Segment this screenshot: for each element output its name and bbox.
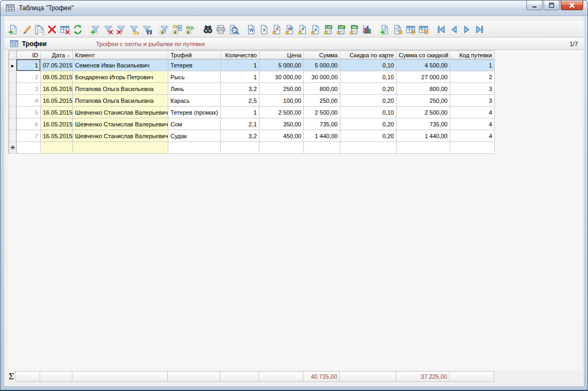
cell-date[interactable]	[41, 142, 73, 154]
cell-date[interactable]: 16.05.2015	[41, 130, 73, 142]
toolbar-export-excel-file-button[interactable]: X	[296, 23, 309, 36]
cell-trophy[interactable]: Линь	[168, 83, 221, 95]
table-row[interactable]: 516.05.2015Шевченко Станислав Валерьевич…	[9, 107, 495, 118]
cell-qty[interactable]: 1	[221, 107, 259, 118]
cell-discount[interactable]: 0,10	[340, 71, 397, 83]
toolbar-print-preview-button[interactable]	[227, 23, 240, 36]
cell-trophy[interactable]: Судак	[168, 130, 221, 142]
cell-voucher[interactable]: 4	[450, 118, 495, 130]
cell-client[interactable]: Потапова Ольга Васильевна	[73, 95, 168, 107]
toolbar-refresh-button[interactable]	[71, 23, 84, 36]
cell-voucher[interactable]: 4	[450, 107, 495, 118]
cell-sum_discount[interactable]: 800,00	[397, 83, 450, 95]
cell-id[interactable]: 6	[17, 118, 41, 130]
cell-discount[interactable]: 0,20	[340, 118, 397, 130]
cell-id[interactable]: 5	[17, 107, 41, 118]
toolbar-view-settings-button[interactable]	[417, 23, 430, 36]
cell-date[interactable]: 07.05.2015	[41, 59, 73, 71]
cell-price[interactable]: 30 000,00	[259, 71, 304, 83]
minimize-button[interactable]	[526, 1, 542, 10]
cell-trophy[interactable]: Карась	[168, 95, 221, 107]
column-header-date[interactable]: Дата▲	[41, 51, 73, 59]
toolbar-form-add-button[interactable]	[378, 23, 391, 36]
toolbar-export-xml-button[interactable]: XML	[348, 23, 361, 36]
cell-qty[interactable]: 2,5	[221, 95, 259, 107]
toolbar-nav-prev-button[interactable]	[448, 23, 460, 36]
column-header-sum[interactable]: Сумма	[304, 51, 340, 59]
cell-price[interactable]: 450,00	[259, 130, 304, 142]
cell-sum_discount[interactable]: 1 440,00	[397, 130, 450, 142]
toolbar-filter-open-button[interactable]	[128, 23, 140, 36]
toolbar-filter-save-button[interactable]	[140, 23, 153, 36]
cell-voucher[interactable]	[450, 142, 495, 154]
cell-voucher[interactable]: 3	[450, 83, 495, 95]
toolbar-filter-view-button[interactable]	[158, 23, 171, 36]
toolbar-export-excel-button[interactable]: X	[258, 23, 271, 36]
cell-id[interactable]: 4	[17, 95, 41, 107]
table-row[interactable]: ►107.05.2015Семенов Иван ВасильевичТетер…	[9, 59, 495, 71]
cell-date[interactable]: 16.05.2015	[41, 107, 73, 118]
column-header-price[interactable]: Цена	[259, 51, 304, 59]
cell-price[interactable]: 2 500,00	[259, 107, 304, 118]
toolbar-export-pdf-button[interactable]: A	[271, 23, 284, 36]
cell-trophy[interactable]: Сом	[168, 118, 221, 130]
column-header-client[interactable]: Клиент	[73, 51, 168, 59]
cell-price[interactable]: 250,00	[259, 83, 304, 95]
cell-sum_discount[interactable]: 735,00	[397, 118, 450, 130]
cell-date[interactable]: 16.05.2015	[41, 83, 73, 95]
toolbar-export-word-file-button[interactable]: W	[284, 23, 296, 36]
column-header-sum_discount[interactable]: Сумма со скидкой	[397, 51, 450, 59]
toolbar-sql-view-button[interactable]: SQL	[184, 23, 197, 36]
new-row[interactable]: ✳	[9, 142, 495, 154]
cell-qty[interactable]: 1	[221, 71, 259, 83]
toolbar-export-txt-button[interactable]: TXT	[335, 23, 348, 36]
cell-sum[interactable]: 5 000,00	[304, 59, 340, 71]
cell-id[interactable]: 3	[17, 83, 41, 95]
cell-qty[interactable]: 3,2	[221, 83, 259, 95]
title-bar[interactable]: Таблица "Трофеи"	[1, 1, 587, 16]
cell-sum_discount[interactable]: 27 000,00	[397, 71, 450, 83]
cell-price[interactable]	[259, 142, 304, 154]
cell-client[interactable]: Шевченко Станислав Валерьевич	[73, 118, 168, 130]
toolbar-export-csv-button[interactable]: CSV	[322, 23, 335, 36]
cell-sum[interactable]: 735,00	[304, 118, 340, 130]
cell-date[interactable]: 09.05.2015	[41, 71, 73, 83]
cell-trophy[interactable]	[168, 142, 221, 154]
column-header-id[interactable]: ID	[17, 51, 41, 59]
cell-price[interactable]: 100,00	[259, 95, 304, 107]
cell-voucher[interactable]: 2	[450, 71, 495, 83]
cell-sum[interactable]: 30 000,00	[304, 71, 340, 83]
cell-qty[interactable]	[221, 142, 259, 154]
cell-voucher[interactable]: 4	[450, 130, 495, 142]
cell-qty[interactable]: 3,2	[221, 130, 259, 142]
cell-discount[interactable]: 0,20	[340, 95, 397, 107]
toolbar-filter-clear-button[interactable]	[115, 23, 128, 36]
cell-discount[interactable]	[340, 142, 397, 154]
toolbar-export-word-button[interactable]: W	[245, 23, 258, 36]
toolbar-export-html-button[interactable]: e	[309, 23, 322, 36]
cell-sum_discount[interactable]: 4 500,00	[397, 59, 450, 71]
toolbar-nav-next-button[interactable]	[460, 23, 473, 36]
cell-qty[interactable]: 2,1	[221, 118, 259, 130]
cell-id[interactable]: 7	[17, 130, 41, 142]
cell-client[interactable]: Шевченко Станислав Валерьевич	[73, 107, 168, 118]
cell-discount[interactable]: 0,20	[340, 130, 397, 142]
cell-client[interactable]: Потапова Ольга Васильевна	[73, 83, 168, 95]
table-row[interactable]: 316.05.2015Потапова Ольга ВасильевнаЛинь…	[9, 83, 495, 95]
cell-id[interactable]	[17, 142, 41, 154]
cell-client[interactable]: Семенов Иван Васильевич	[73, 59, 168, 71]
cell-discount[interactable]: 0,20	[340, 83, 397, 95]
cell-price[interactable]: 350,00	[259, 118, 304, 130]
toolbar-table-record-delete-button[interactable]	[58, 23, 71, 36]
cell-sum_discount[interactable]	[397, 142, 450, 154]
cell-client[interactable]: Бондаренко Игорь Петрович	[73, 71, 168, 83]
column-header-voucher[interactable]: Код путевки	[450, 51, 495, 59]
toolbar-record-copy-button[interactable]	[33, 23, 46, 36]
cell-price[interactable]: 5 000,00	[259, 59, 304, 71]
toolbar-record-edit-button[interactable]	[20, 23, 33, 36]
cell-id[interactable]: 2	[17, 71, 41, 83]
cell-sum[interactable]: 800,00	[304, 83, 340, 95]
table-row[interactable]: 616.05.2015Шевченко Станислав Валерьевич…	[9, 118, 495, 130]
toolbar-filter-delete-button[interactable]	[102, 23, 115, 36]
cell-sum_discount[interactable]: 250,00	[397, 95, 450, 107]
